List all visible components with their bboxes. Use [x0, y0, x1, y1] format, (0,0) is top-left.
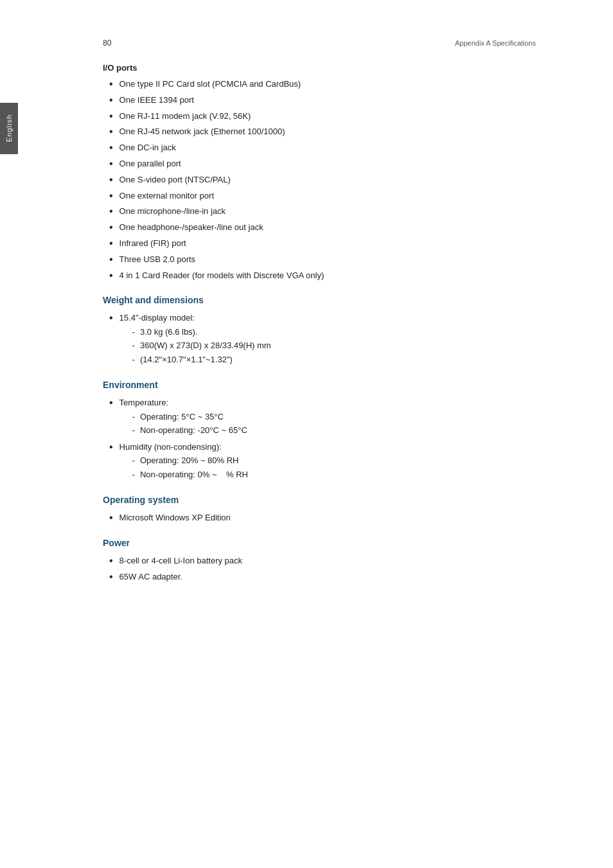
list-item: Humidity (non-condensing): Operating: 20… [109, 441, 536, 483]
page-title: Appendix A Specifications [455, 39, 536, 47]
page-container: English 80 Appendix A Specifications I/O… [0, 0, 613, 868]
sidebar-tab: English [0, 103, 18, 154]
list-item: Microsoft Windows XP Edition [109, 511, 536, 525]
page-number: 80 [103, 39, 111, 48]
list-item: Temperature: Operating: 5°C ~ 35°C Non-o… [109, 396, 536, 438]
section-weight-dimensions: Weight and dimensions 15.4"-display mode… [103, 295, 536, 367]
list-item: One RJ-45 network jack (Ethernet 100/100… [109, 125, 536, 139]
list-item: 65W AC adapter. [109, 571, 536, 584]
sub-list: 3.0 kg (6.6 lbs). 360(W) x 273(D) x 28/3… [120, 326, 536, 366]
list-item: Three USB 2.0 ports [109, 253, 536, 267]
section-io-ports: I/O ports One type II PC Card slot (PCMC… [103, 63, 536, 282]
section-environment: Environment Temperature: Operating: 5°C … [103, 380, 536, 482]
sub-list: Operating: 5°C ~ 35°C Non-operating: -20… [120, 411, 536, 437]
list-item: Non-operating: 0% ~ % RH [132, 468, 536, 481]
page-header: 80 Appendix A Specifications [103, 39, 536, 50]
list-item: Infrared (FIR) port [109, 237, 536, 251]
list-item: One headphone-/speaker-/line out jack [109, 221, 536, 235]
operating-system-title: Operating system [103, 495, 536, 505]
list-item: One type II PC Card slot (PCMCIA and Car… [109, 78, 536, 91]
list-item: 360(W) x 273(D) x 28/33.49(H) mm [132, 339, 536, 352]
list-item: One DC-in jack [109, 141, 536, 155]
weight-dimensions-title: Weight and dimensions [103, 295, 536, 305]
environment-title: Environment [103, 380, 536, 390]
list-item: One S-video port (NTSC/PAL) [109, 173, 536, 187]
list-item: One external monitor port [109, 190, 536, 203]
io-ports-title: I/O ports [103, 63, 536, 73]
list-item: Non-operating: -20°C ~ 65°C [132, 424, 536, 437]
weight-dimensions-list: 15.4"-display model: 3.0 kg (6.6 lbs). 3… [103, 312, 536, 367]
sub-list: Operating: 20% ~ 80% RH Non-operating: 0… [120, 454, 536, 481]
list-item: 15.4"-display model: 3.0 kg (6.6 lbs). 3… [109, 312, 536, 367]
section-operating-system: Operating system Microsoft Windows XP Ed… [103, 495, 536, 525]
list-item: One microphone-/line-in jack [109, 205, 536, 218]
list-item: One IEEE 1394 port [109, 94, 536, 107]
list-item: Operating: 5°C ~ 35°C [132, 411, 536, 423]
operating-system-list: Microsoft Windows XP Edition [103, 511, 536, 525]
section-power: Power 8-cell or 4-cell Li-Ion battery pa… [103, 538, 536, 584]
sidebar-label: English [5, 114, 13, 142]
power-list: 8-cell or 4-cell Li-Ion battery pack 65W… [103, 554, 536, 584]
list-item: One RJ-11 modem jack (V.92, 56K) [109, 110, 536, 123]
list-item: One parallel port [109, 157, 536, 171]
environment-list: Temperature: Operating: 5°C ~ 35°C Non-o… [103, 396, 536, 482]
power-title: Power [103, 538, 536, 548]
list-item: Operating: 20% ~ 80% RH [132, 454, 536, 467]
io-ports-list: One type II PC Card slot (PCMCIA and Car… [103, 78, 536, 282]
list-item: 3.0 kg (6.6 lbs). [132, 326, 536, 339]
list-item: (14.2"×10.7"×1.1"~1.32") [132, 353, 536, 366]
list-item: 4 in 1 Card Reader (for models with Disc… [109, 269, 536, 283]
list-item: 8-cell or 4-cell Li-Ion battery pack [109, 554, 536, 568]
